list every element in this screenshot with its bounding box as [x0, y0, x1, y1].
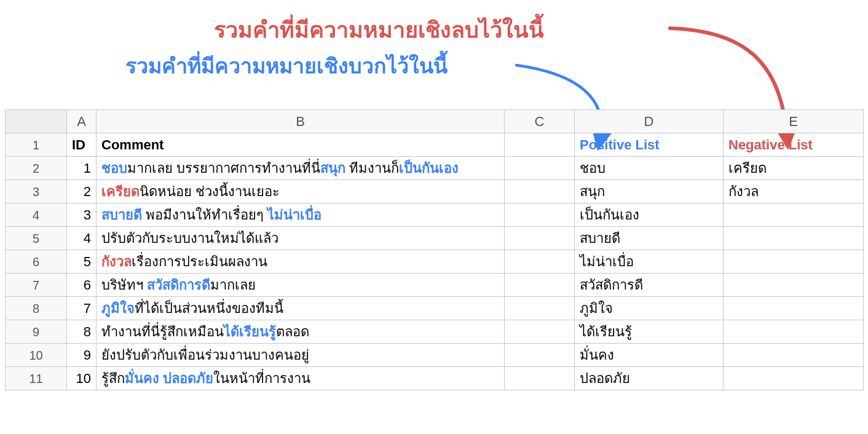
- comment-text: มากเลย บรรยากาศการทำงานที่นี่: [127, 160, 320, 176]
- row-number[interactable]: 3: [6, 180, 67, 203]
- row-number[interactable]: 1: [6, 133, 67, 157]
- cell-positive[interactable]: เป็นกันเอง: [575, 203, 724, 227]
- row-number[interactable]: 4: [6, 203, 67, 227]
- cell-negative[interactable]: [724, 227, 864, 250]
- corner-cell[interactable]: [6, 110, 67, 133]
- header-id[interactable]: ID: [67, 133, 97, 157]
- cell-negative[interactable]: [724, 297, 864, 320]
- table-row: 1110รู้สึกมั่นคง ปลอดภัยในหน้าที่การงานป…: [6, 367, 864, 390]
- cell-comment[interactable]: ทำงานที่นี่รู้สึกเหมือนได้เรียนรู้ตลอด: [97, 320, 505, 344]
- cell-id[interactable]: 8: [67, 320, 97, 344]
- cell-comment[interactable]: ชอบมากเลย บรรยากาศการทำงานที่นี่สนุก ทีม…: [97, 157, 505, 180]
- cell-positive[interactable]: สนุก: [575, 180, 724, 203]
- cell-negative[interactable]: เครียด: [724, 157, 864, 180]
- row-number[interactable]: 7: [6, 274, 67, 297]
- cell-positive[interactable]: ภูมิใจ: [575, 297, 724, 320]
- cell-blank[interactable]: [505, 180, 575, 203]
- cell-id[interactable]: 3: [67, 203, 97, 227]
- cell-comment[interactable]: ปรับตัวกับระบบงานใหม่ได้แล้ว: [97, 227, 505, 250]
- comment-text: พอมีงานให้ทำเรื่อยๆ: [142, 207, 267, 223]
- cell-id[interactable]: 6: [67, 274, 97, 297]
- cell-id[interactable]: 10: [67, 367, 97, 390]
- cell-comment[interactable]: ภูมิใจที่ได้เป็นส่วนหนึ่งของทีมนี้: [97, 297, 505, 320]
- row-number[interactable]: 8: [6, 297, 67, 320]
- header-c[interactable]: [505, 133, 575, 157]
- cell-blank[interactable]: [505, 274, 575, 297]
- cell-comment[interactable]: รู้สึกมั่นคง ปลอดภัยในหน้าที่การงาน: [97, 367, 505, 390]
- comment-text: ในหน้าที่การงาน: [213, 371, 310, 386]
- annotation-area: รวมคำที่มีความหมายเชิงลบไว้ในนี้ รวมคำที…: [0, 6, 868, 111]
- col-header-E[interactable]: E: [724, 110, 864, 133]
- row-number[interactable]: 6: [6, 250, 67, 274]
- col-header-A[interactable]: A: [67, 110, 97, 133]
- comment-text: ปรับตัวกับระบบงานใหม่ได้แล้ว: [101, 231, 278, 246]
- cell-positive[interactable]: สวัสดิการดี: [575, 274, 724, 297]
- highlight-positive: ไม่น่าเบื่อ: [267, 207, 322, 223]
- cell-comment[interactable]: ยังปรับตัวกับเพื่อนร่วมงานบางคนอยู่: [97, 344, 505, 367]
- comment-text: เรื่องการประเมินผลงาน: [132, 254, 267, 269]
- col-header-D[interactable]: D: [575, 110, 724, 133]
- highlight-positive: สบายดี: [101, 207, 142, 223]
- row-number[interactable]: 10: [6, 344, 67, 367]
- header-row: 1 ID Comment Positive List Negative List: [6, 133, 864, 157]
- comment-text: บริษัทฯ: [101, 277, 147, 293]
- cell-id[interactable]: 7: [67, 297, 97, 320]
- cell-blank[interactable]: [505, 344, 575, 367]
- cell-blank[interactable]: [505, 320, 575, 344]
- table-row: 65กังวลเรื่องการประเมินผลงานไม่น่าเบื่อ: [6, 250, 864, 274]
- cell-comment[interactable]: สบายดี พอมีงานให้ทำเรื่อยๆ ไม่น่าเบื่อ: [97, 203, 505, 227]
- row-number[interactable]: 11: [6, 367, 67, 390]
- cell-blank[interactable]: [505, 297, 575, 320]
- table-row: 21ชอบมากเลย บรรยากาศการทำงานที่นี่สนุก ท…: [6, 157, 864, 180]
- cell-positive[interactable]: ชอบ: [575, 157, 724, 180]
- cell-blank[interactable]: [505, 157, 575, 180]
- cell-blank[interactable]: [505, 227, 575, 250]
- comment-text: ยังปรับตัวกับเพื่อนร่วมงานบางคนอยู่: [101, 347, 309, 363]
- cell-positive[interactable]: ได้เรียนรู้: [575, 320, 724, 344]
- cell-id[interactable]: 2: [67, 180, 97, 203]
- header-comment[interactable]: Comment: [97, 133, 505, 157]
- cell-negative[interactable]: [724, 367, 864, 390]
- cell-blank[interactable]: [505, 367, 575, 390]
- header-negative[interactable]: Negative List: [724, 133, 864, 157]
- cell-id[interactable]: 9: [67, 344, 97, 367]
- col-header-B[interactable]: B: [97, 110, 505, 133]
- cell-blank[interactable]: [505, 203, 575, 227]
- table-row: 109ยังปรับตัวกับเพื่อนร่วมงานบางคนอยู่มั…: [6, 344, 864, 367]
- cell-positive[interactable]: ปลอดภัย: [575, 367, 724, 390]
- row-number[interactable]: 5: [6, 227, 67, 250]
- comment-text: ที่ได้เป็นส่วนหนึ่งของทีมนี้: [135, 301, 283, 316]
- cell-id[interactable]: 4: [67, 227, 97, 250]
- spreadsheet: A B C D E 1 ID Comment Positive List Neg…: [5, 109, 864, 390]
- cell-negative[interactable]: [724, 274, 864, 297]
- cell-negative[interactable]: [724, 203, 864, 227]
- cell-negative[interactable]: [724, 344, 864, 367]
- highlight-positive: มั่นคง ปลอดภัย: [125, 371, 213, 386]
- cell-negative[interactable]: [724, 250, 864, 274]
- row-number[interactable]: 9: [6, 320, 67, 344]
- col-header-C[interactable]: C: [505, 110, 575, 133]
- cell-negative[interactable]: กังวล: [724, 180, 864, 203]
- comment-text: ตลอด: [276, 324, 309, 339]
- column-header-row: A B C D E: [6, 110, 864, 133]
- cell-id[interactable]: 5: [67, 250, 97, 274]
- cell-blank[interactable]: [505, 250, 575, 274]
- cell-comment[interactable]: เครียดนิดหน่อย ช่วงนี้งานเยอะ: [97, 180, 505, 203]
- cell-comment[interactable]: กังวลเรื่องการประเมินผลงาน: [97, 250, 505, 274]
- cell-positive[interactable]: ไม่น่าเบื่อ: [575, 250, 724, 274]
- row-number[interactable]: 2: [6, 157, 67, 180]
- cell-negative[interactable]: [724, 320, 864, 344]
- cell-positive[interactable]: สบายดี: [575, 227, 724, 250]
- header-positive[interactable]: Positive List: [575, 133, 724, 157]
- cell-positive[interactable]: มั่นคง: [575, 344, 724, 367]
- cell-id[interactable]: 1: [67, 157, 97, 180]
- annotation-positive: รวมคำที่มีความหมายเชิงบวกไว้ในนี้: [125, 49, 448, 82]
- table-row: 76บริษัทฯ สวัสดิการดีมากเลยสวัสดิการดี: [6, 274, 864, 297]
- comment-text: รู้สึก: [101, 371, 125, 386]
- comment-text: มากเลย: [210, 277, 256, 293]
- table-row: 32เครียดนิดหน่อย ช่วงนี้งานเยอะสนุกกังวล: [6, 180, 864, 203]
- comment-text: ทีมงานก็: [345, 160, 399, 176]
- highlight-positive: เป็นกันเอง: [399, 160, 459, 176]
- table-row: 98ทำงานที่นี่รู้สึกเหมือนได้เรียนรู้ตลอด…: [6, 320, 864, 344]
- cell-comment[interactable]: บริษัทฯ สวัสดิการดีมากเลย: [97, 274, 505, 297]
